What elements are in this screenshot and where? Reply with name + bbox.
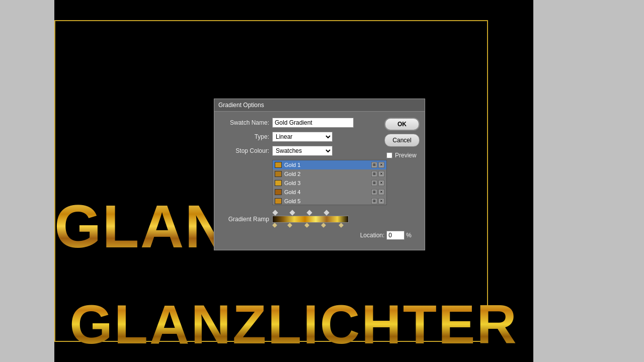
stop-2[interactable] (287, 223, 292, 228)
swatch-icon-x-gold4[interactable]: ✕ (378, 189, 384, 195)
type-label: Type: (221, 133, 269, 140)
stop-3[interactable] (304, 223, 309, 228)
dialog-title: Gradient Options (218, 102, 264, 109)
swatch-color-gold3 (275, 180, 282, 186)
stop-1[interactable] (272, 223, 277, 228)
swatch-icon-grid-gold3[interactable]: ⊞ (371, 180, 377, 186)
swatch-icon-x-gold3[interactable]: ✕ (378, 180, 384, 186)
glanz-bottom-text: GLANZLICHTER (54, 297, 533, 352)
diamond-4[interactable] (324, 210, 329, 215)
diamond-1[interactable] (272, 210, 278, 215)
swatch-icon-x-gold5[interactable]: ✕ (378, 198, 384, 204)
swatch-name-label: Swatch Name: (221, 119, 269, 126)
gradient-ramp-row: Gradient Ramp (221, 210, 418, 228)
swatch-name-gold2: Gold 2 (284, 171, 371, 177)
cancel-button[interactable]: Cancel (384, 134, 420, 147)
dialog-buttons: OK Cancel Preview (384, 118, 420, 159)
swatch-icons-gold5: ⊞ ✕ (371, 198, 384, 204)
gradient-ramp-label: Gradient Ramp (221, 216, 269, 223)
location-input[interactable] (386, 231, 405, 240)
swatch-icon-x-gold1[interactable]: ✕ (378, 162, 384, 168)
swatch-name-input[interactable] (272, 118, 354, 128)
swatch-color-gold2 (275, 171, 282, 177)
swatch-icons-gold2: ⊞ ✕ (371, 171, 384, 177)
swatch-icon-grid-gold5[interactable]: ⊞ (371, 198, 377, 204)
gradient-ramp-container (272, 210, 349, 228)
side-panel-left (0, 0, 54, 362)
location-row: Location: % (221, 231, 418, 240)
diamond-3[interactable] (306, 210, 312, 215)
swatch-name-gold1: Gold 1 (284, 162, 371, 168)
swatch-name-gold4: Gold 4 (284, 189, 371, 195)
swatch-item-gold3[interactable]: Gold 3 ⊞ ✕ (273, 178, 386, 188)
side-panel-right (533, 0, 644, 362)
swatches-list[interactable]: Gold 1 ⊞ ✕ Gold 2 ⊞ ✕ Gold 3 (272, 160, 387, 205)
ramp-stops (272, 223, 349, 228)
stop-4[interactable] (321, 223, 326, 228)
dialog-titlebar: Gradient Options (214, 99, 425, 112)
swatch-name-gold5: Gold 5 (284, 198, 371, 204)
gradient-bar[interactable] (272, 216, 349, 223)
gradient-options-dialog: Gradient Options OK Cancel Preview Swatc… (214, 99, 425, 250)
swatch-icon-grid-gold4[interactable]: ⊞ (371, 189, 377, 195)
stop-5[interactable] (339, 223, 344, 228)
swatch-icons-gold4: ⊞ ✕ (371, 189, 384, 195)
location-label: Location: (360, 232, 385, 239)
swatch-icons-gold1: ⊞ ✕ (371, 162, 384, 168)
swatch-icons-gold3: ⊞ ✕ (371, 180, 384, 186)
swatch-item-gold1[interactable]: Gold 1 ⊞ ✕ (273, 160, 386, 169)
swatch-item-gold5[interactable]: Gold 5 ⊞ ✕ (273, 197, 386, 205)
swatch-icon-grid-gold2[interactable]: ⊞ (371, 171, 377, 177)
preview-checkbox[interactable] (386, 152, 392, 158)
swatch-icon-x-gold2[interactable]: ✕ (378, 171, 384, 177)
swatch-color-gold1 (275, 162, 282, 168)
swatch-item-gold4[interactable]: Gold 4 ⊞ ✕ (273, 188, 386, 197)
ok-button[interactable]: OK (384, 118, 420, 131)
stop-colour-select[interactable]: Swatches RGB HSB (272, 146, 333, 156)
ramp-diamonds (272, 210, 349, 215)
swatch-icon-grid-gold1[interactable]: ⊞ (371, 162, 377, 168)
dialog-body: OK Cancel Preview Swatch Name: Type: Lin… (214, 112, 425, 250)
swatch-item-gold2[interactable]: Gold 2 ⊞ ✕ (273, 169, 386, 178)
type-select[interactable]: Linear Radial (272, 132, 333, 142)
percent-label: % (406, 232, 412, 239)
preview-label: Preview (395, 152, 417, 159)
stop-colour-label: Stop Colour: (221, 147, 269, 154)
diamond-2[interactable] (289, 210, 295, 215)
swatch-color-gold5 (275, 198, 282, 204)
swatch-name-gold3: Gold 3 (284, 180, 371, 186)
preview-row: Preview (386, 152, 420, 159)
swatch-color-gold4 (275, 189, 282, 195)
